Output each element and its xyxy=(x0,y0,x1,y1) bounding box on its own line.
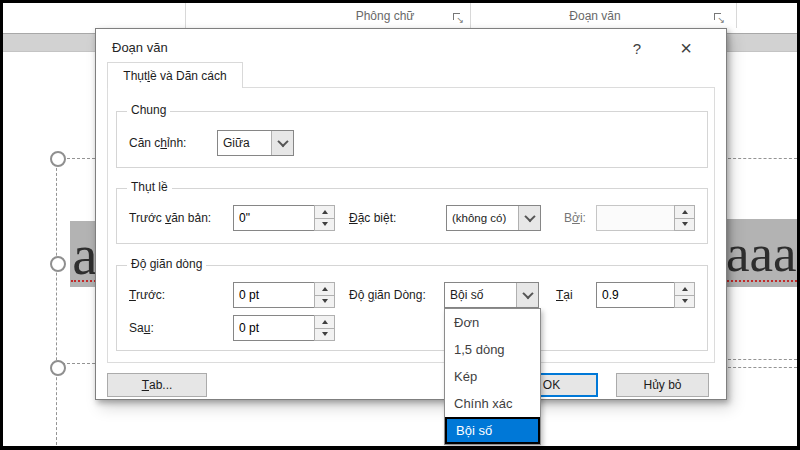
alignment-value: Giữa xyxy=(218,131,271,155)
dropdown-option[interactable]: Bội số xyxy=(445,417,540,444)
spacing-before-input[interactable] xyxy=(233,282,315,308)
by-spinner xyxy=(674,205,695,231)
spin-down-icon[interactable] xyxy=(314,218,335,232)
dropdown-option[interactable]: Đơn xyxy=(445,309,540,336)
group-general: Chung xyxy=(116,111,708,168)
font-group-label: Phông chữ xyxy=(330,9,440,23)
help-icon[interactable]: ? xyxy=(624,35,650,61)
paragraph-group-label: Đoạn văn xyxy=(540,9,650,23)
cancel-button[interactable]: Hủy bỏ xyxy=(616,373,709,397)
before-text-field xyxy=(233,205,335,231)
before-text-label: Trước văn bản: xyxy=(129,205,211,231)
group-spacing-label: Độ giãn dòng xyxy=(127,257,206,271)
at-input[interactable] xyxy=(596,282,675,308)
alignment-label: Căn chỉnh: xyxy=(129,130,186,156)
resize-handle-top-left[interactable] xyxy=(50,151,66,167)
spacing-before-label: Trước: xyxy=(129,282,165,308)
group-general-label: Chung xyxy=(127,103,170,117)
spin-down-icon[interactable] xyxy=(674,295,695,309)
line-spacing-select[interactable]: Bội số xyxy=(444,282,539,308)
placeholder-border-bottom-right xyxy=(728,359,797,360)
ribbon-group-divider xyxy=(736,3,737,28)
spacing-after-label: Sau: xyxy=(129,315,154,341)
group-indentation-label: Thụt lề xyxy=(127,180,172,194)
app-window: Phông chữ Đoạn văn a aaaa Đoạn văn ? × T… xyxy=(0,0,800,450)
spacing-before-field xyxy=(233,282,335,308)
chevron-down-icon[interactable] xyxy=(516,283,538,307)
line-spacing-label: Độ giãn Dòng: xyxy=(349,282,426,308)
chevron-down-icon[interactable] xyxy=(271,131,293,155)
dialog-title: Đoạn văn xyxy=(112,40,168,55)
dropdown-option[interactable]: 1,5 dòng xyxy=(445,336,540,363)
spin-up-icon[interactable] xyxy=(674,205,695,219)
chevron-down-icon[interactable] xyxy=(518,206,540,230)
by-field xyxy=(596,205,695,231)
font-dialog-launcher-icon[interactable] xyxy=(452,12,463,23)
placeholder-selection-line xyxy=(728,367,797,368)
paragraph-dialog: Đoạn văn ? × Thụt lề và Dãn cách Chung C… xyxy=(95,28,727,400)
placeholder-border-top-right xyxy=(728,158,797,159)
spin-down-icon[interactable] xyxy=(314,295,335,309)
spin-down-icon[interactable] xyxy=(314,328,335,342)
spin-up-icon[interactable] xyxy=(314,315,335,329)
spin-up-icon[interactable] xyxy=(674,282,695,296)
placeholder-border-left xyxy=(56,158,57,445)
special-label: Đặc biệt: xyxy=(349,205,396,231)
tab-indents-and-spacing[interactable]: Thụt lề và Dãn cách xyxy=(107,62,243,88)
selected-slide-text[interactable]: aaaa xyxy=(726,219,797,287)
spacing-after-spinner xyxy=(314,315,335,341)
before-text-input[interactable] xyxy=(233,205,315,231)
spin-up-icon[interactable] xyxy=(314,205,335,219)
at-label: Tại xyxy=(556,282,573,308)
at-field xyxy=(596,282,695,308)
line-spacing-dropdown: Đơn1,5 dòngKépChính xácBội số xyxy=(444,308,541,445)
special-select[interactable]: (không có) xyxy=(446,205,541,231)
group-spacing: Độ giãn dòng xyxy=(116,265,708,351)
before-text-spinner xyxy=(314,205,335,231)
special-value: (không có) xyxy=(447,206,518,230)
alignment-select[interactable]: Giữa xyxy=(217,130,294,156)
by-input xyxy=(596,205,675,231)
resize-handle-bottom-left[interactable] xyxy=(50,360,66,376)
dropdown-option[interactable]: Chính xác xyxy=(445,390,540,417)
resize-handle-middle-left[interactable] xyxy=(50,256,66,272)
spacing-after-field xyxy=(233,315,335,341)
spin-down-icon[interactable] xyxy=(674,218,695,232)
line-spacing-value: Bội số xyxy=(445,283,516,307)
tabs-button[interactable]: Tab... xyxy=(107,373,207,397)
spellcheck-squiggle xyxy=(727,280,797,282)
spacing-after-input[interactable] xyxy=(233,315,315,341)
by-label: Bởi: xyxy=(564,205,586,231)
spacing-before-spinner xyxy=(314,282,335,308)
close-icon[interactable]: × xyxy=(673,35,699,61)
dropdown-option[interactable]: Kép xyxy=(445,363,540,390)
spin-up-icon[interactable] xyxy=(314,282,335,296)
at-spinner xyxy=(674,282,695,308)
paragraph-dialog-launcher-icon[interactable] xyxy=(713,12,724,23)
